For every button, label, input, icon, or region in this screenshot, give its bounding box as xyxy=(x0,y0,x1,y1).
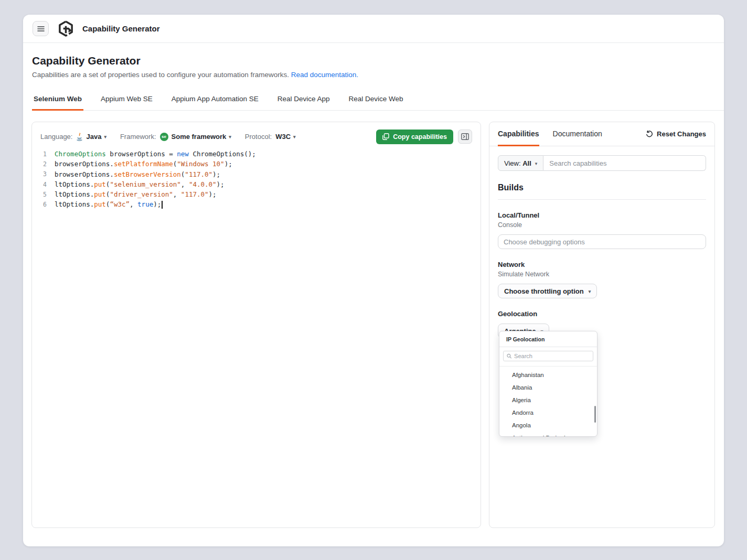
language-label: Language: xyxy=(40,133,72,141)
view-filter-label: View: xyxy=(504,159,521,167)
page-subtitle-text: Capabilities are a set of properties use… xyxy=(32,71,289,79)
view-filter-dropdown[interactable]: View: All ▾ xyxy=(498,155,543,171)
collapse-panel-button[interactable] xyxy=(458,130,472,144)
local-tunnel-title: Local/Tunnel xyxy=(498,211,706,219)
search-icon xyxy=(507,353,511,359)
language-selector[interactable]: Language: Java ▾ xyxy=(40,133,106,141)
code-line[interactable]: 2browserOptions.setPlatformName("Windows… xyxy=(32,159,481,169)
code-line[interactable]: 6ltOptions.put(“w3c”, true); xyxy=(32,199,481,209)
builds-divider xyxy=(498,199,706,200)
network-group: Network Simulate Network Choose throttli… xyxy=(498,261,706,298)
country-option-antigua-and-barbuda[interactable]: Antigua and Barbuda xyxy=(499,432,597,437)
framework-label: Framework: xyxy=(120,133,156,141)
throttling-option-dropdown[interactable]: Choose throttling option ▾ xyxy=(498,284,597,298)
app-header: Capability Generator xyxy=(23,15,724,43)
ip-geolocation-title: IP Geolocation xyxy=(499,331,597,347)
geo-search-input[interactable] xyxy=(514,353,590,359)
editor-toolbar: Language: Java ▾ Framework: se xyxy=(32,122,481,144)
capabilities-filter-row: View: All ▾ xyxy=(498,155,706,171)
main-card: Capability Generator Capability Generato… xyxy=(23,15,724,546)
framework-tabs: Selenium WebAppium Web SEAppium App Auto… xyxy=(32,89,724,111)
tab-documentation[interactable]: Documentation xyxy=(553,130,602,146)
panel-right-icon xyxy=(461,133,469,140)
reset-icon xyxy=(646,131,653,138)
copy-capabilities-label: Copy capabilities xyxy=(393,133,447,141)
java-icon xyxy=(76,133,83,141)
chevron-down-icon: ▾ xyxy=(229,134,231,139)
network-title: Network xyxy=(498,261,706,268)
chevron-down-icon: ▾ xyxy=(589,288,591,294)
page-title: Capability Generator xyxy=(32,55,141,67)
code-line[interactable]: 1ChromeOptions browserOptions = new Chro… xyxy=(32,149,481,159)
capabilities-body: Builds Local/Tunnel Console Network Simu… xyxy=(489,183,714,338)
geo-search-box xyxy=(503,351,593,361)
framework-value: Some framework xyxy=(172,133,227,141)
tab-appium-app-automation-se[interactable]: Appium App Automation SE xyxy=(170,95,260,111)
line-number: 4 xyxy=(32,181,55,188)
code-lines[interactable]: 1ChromeOptions browserOptions = new Chro… xyxy=(32,149,481,210)
copy-capabilities-button[interactable]: Copy capabilities xyxy=(376,130,453,144)
read-documentation-link[interactable]: Read documentation. xyxy=(291,71,358,79)
debugging-options-input[interactable] xyxy=(498,234,706,249)
app-header-title: Capability Generator xyxy=(82,24,160,33)
reset-changes-button[interactable]: Reset Changes xyxy=(646,130,706,146)
chevron-down-icon: ▾ xyxy=(104,134,106,139)
framework-icon: se xyxy=(160,133,168,141)
framework-selector[interactable]: Framework: se Some framework ▾ xyxy=(120,133,231,141)
line-number: 6 xyxy=(32,201,55,208)
code-line[interactable]: 5ltOptions.put("driver_version", "117.0"… xyxy=(32,189,481,199)
language-value: Java xyxy=(86,133,101,141)
code-line[interactable]: 4ltOptions.put("selenium_version", "4.0.… xyxy=(32,179,481,189)
line-number: 3 xyxy=(32,170,55,178)
country-option-algeria[interactable]: Algeria xyxy=(499,394,597,406)
line-number: 5 xyxy=(32,191,55,198)
hamburger-menu-button[interactable] xyxy=(33,21,49,36)
line-number: 2 xyxy=(32,160,55,168)
capabilities-panel-header: CapabilitiesDocumentation Reset Changes xyxy=(489,122,714,146)
copy-icon xyxy=(382,133,389,140)
country-list: AfghanistanAlbaniaAlgeriaAndorraAngolaAn… xyxy=(499,366,597,437)
chevron-down-icon: ▾ xyxy=(293,134,296,139)
country-option-angola[interactable]: Angola xyxy=(499,419,597,432)
capabilities-panel: CapabilitiesDocumentation Reset Changes … xyxy=(489,122,715,528)
ip-geolocation-popup: IP Geolocation AfghanistanAlbaniaAlgeria… xyxy=(499,331,597,437)
country-option-andorra[interactable]: Andorra xyxy=(499,406,597,419)
scrollbar-thumb[interactable] xyxy=(594,406,596,423)
view-filter-value: All xyxy=(522,159,531,167)
chevron-down-icon: ▾ xyxy=(535,160,538,166)
country-option-afghanistan[interactable]: Afghanistan xyxy=(499,369,597,381)
protocol-value: W3C xyxy=(275,133,291,141)
tab-selenium-web[interactable]: Selenium Web xyxy=(32,95,83,111)
search-capabilities-input[interactable] xyxy=(543,155,706,171)
reset-changes-label: Reset Changes xyxy=(657,130,706,138)
hamburger-icon xyxy=(37,26,45,32)
country-option-albania[interactable]: Albania xyxy=(499,381,597,394)
protocol-selector[interactable]: Protocol: W3C ▾ xyxy=(245,133,296,141)
tab-appium-web-se[interactable]: Appium Web SE xyxy=(99,95,154,111)
throttling-option-value: Choose throttling option xyxy=(504,287,584,295)
tab-real-device-app[interactable]: Real Device App xyxy=(276,95,332,111)
code-editor-panel: Language: Java ▾ Framework: se xyxy=(31,122,481,528)
builds-heading: Builds xyxy=(498,183,706,192)
network-subtitle: Simulate Network xyxy=(498,271,706,278)
tab-capabilities[interactable]: Capabilities xyxy=(498,130,539,146)
lambdatest-logo xyxy=(57,20,74,37)
tab-real-device-web[interactable]: Real Device Web xyxy=(347,95,405,111)
page-subtitle: Capabilities are a set of properties use… xyxy=(32,71,358,79)
local-tunnel-subtitle: Console xyxy=(498,221,706,229)
code-line[interactable]: 3browserOptions.setBrowserVersion("117.0… xyxy=(32,169,481,179)
text-cursor xyxy=(162,201,163,209)
local-tunnel-group: Local/Tunnel Console xyxy=(498,211,706,249)
protocol-label: Protocol: xyxy=(245,133,272,141)
geolocation-title: Geolocation xyxy=(498,310,706,318)
logo-icon xyxy=(57,20,74,37)
line-number: 1 xyxy=(32,150,55,158)
